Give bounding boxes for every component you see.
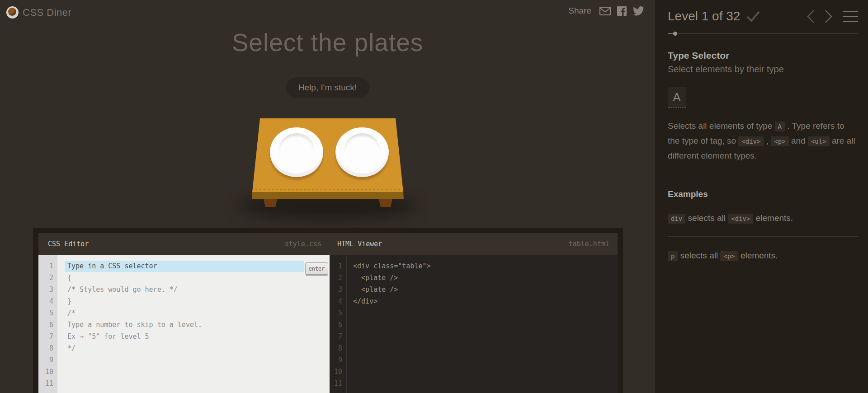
gutter-line-number: 6 [330,319,346,331]
table-leg-right [379,199,392,207]
logo: CSS Diner [6,6,71,19]
gutter-line-number: 9 [38,354,57,366]
gutter-line-number: 10 [38,366,57,378]
share-bar: Share [568,6,644,16]
example-row: p selects all <p> elements. [668,249,858,263]
table-scene [246,115,409,224]
enter-button[interactable]: enter [305,262,328,275]
code-chip: <p> [720,251,738,261]
code-chip: <div> [728,214,753,224]
gutter-line-number: 4 [38,295,57,307]
example-divider [668,236,858,237]
gutter-line-number: 11 [38,378,57,389]
css-editor-line: { [57,272,330,284]
level-instruction: Select the plates [0,28,655,57]
lesson-subtitle: Select elements by their type [668,64,858,75]
examples-list: div selects all <div> elements.p selects… [668,211,858,263]
gutter-line-number: 8 [330,342,346,354]
gutter-line-number: 8 [38,342,57,354]
html-viewer-line: </div> [347,295,618,307]
examples-title: Examples [668,189,858,199]
code-chip: <ul> [808,136,830,146]
level-menu-icon[interactable] [843,10,858,23]
lesson-title: Type Selector [668,50,858,61]
css-editor-line: Type in a CSS selector [57,260,330,272]
css-editor-line: } [57,295,330,307]
css-editor-gutter: 1234567891011 [38,255,57,393]
level-progress-bar [668,32,858,36]
gutter-line-number: 3 [330,284,346,295]
css-selector-input[interactable]: Type in a CSS selector [65,261,304,272]
css-editor-line: /* Styles would go here. */ [57,284,330,295]
css-editor-title: CSS Editor [48,240,89,248]
gutter-line-number: 1 [38,260,57,272]
code-chip: p [668,251,678,261]
progress-dot [673,32,677,36]
lesson-description: Selects all elements of type A . Type re… [668,119,858,163]
code-chip: <p> [771,136,788,146]
gutter-line-number: 2 [38,272,57,284]
gutter-line-number: 2 [330,272,346,284]
gutter-line-number: 5 [38,307,57,319]
css-editor-line: */ [57,342,330,354]
plate-logo-icon [6,6,19,19]
gutter-line-number: 7 [38,331,57,342]
gutter-line-number: 5 [330,307,346,319]
level-indicator: Level 1 of 32 [668,9,740,23]
table-leg-left [264,199,277,207]
twitter-icon[interactable] [633,6,644,16]
plate[interactable] [270,127,323,177]
editor-panel: CSS Editor style.css HTML Viewer table.h… [33,228,623,393]
progress-track [668,33,858,34]
html-viewer-title: HTML Viewer [337,240,382,248]
gutter-line-number: 7 [330,331,346,342]
lesson-sidebar: Level 1 of 32 Type Selector Select eleme… [655,0,868,393]
top-bar: CSS Diner Share [0,0,655,25]
html-viewer-code: <div class="table"> <plate /> <plate /><… [347,255,618,393]
example-row: div selects all <div> elements. [668,211,858,225]
css-editor-line: /* [57,307,330,319]
gutter-line-number: 11 [330,378,346,389]
gutter-line-number: 3 [38,284,57,295]
code-chip: div [668,214,685,224]
gutter-line-number: 4 [330,295,346,307]
html-viewer: 1234567891011 <div class="table"> <plate… [330,255,618,393]
gutter-line-number: 6 [38,319,57,331]
mail-icon[interactable] [599,7,611,15]
level-complete-check-icon [746,10,760,23]
previous-level-icon[interactable] [807,9,815,23]
gutter-line-number: 9 [330,354,346,366]
game-area: CSS Diner Share Select the plates Help, … [0,0,655,393]
gutter-line-number: 1 [330,260,346,272]
plate[interactable] [335,127,389,177]
gutter-line-number: 10 [330,366,346,378]
html-viewer-gutter: 1234567891011 [330,255,347,393]
logo-label: CSS Diner [23,7,71,19]
editor-panel-header: CSS Editor style.css HTML Viewer table.h… [38,233,618,255]
css-editor-code: Type in a CSS selector{/* Styles would g… [57,255,330,393]
css-editor-line: Ex → "5" for level 5 [57,331,330,342]
css-editor-line: Type a number to skip to a level. [57,319,330,331]
html-viewer-filename: table.html [569,240,609,248]
css-editor-filename: style.css [285,240,321,248]
code-chip: <div> [738,136,764,146]
html-viewer-line: <plate /> [347,272,618,284]
html-viewer-line: <div class="table"> [347,260,618,272]
html-viewer-line: <plate /> [347,284,618,295]
selector-syntax-box: A [668,87,686,108]
facebook-icon[interactable] [617,6,627,16]
next-level-icon[interactable] [825,9,833,23]
table-front-edge [246,192,409,199]
help-button[interactable]: Help, I'm stuck! [286,77,369,98]
css-editor: 1234567891011 Type in a CSS selector{/* … [38,255,330,393]
share-label: Share [568,6,591,16]
code-chip: A [775,122,785,131]
